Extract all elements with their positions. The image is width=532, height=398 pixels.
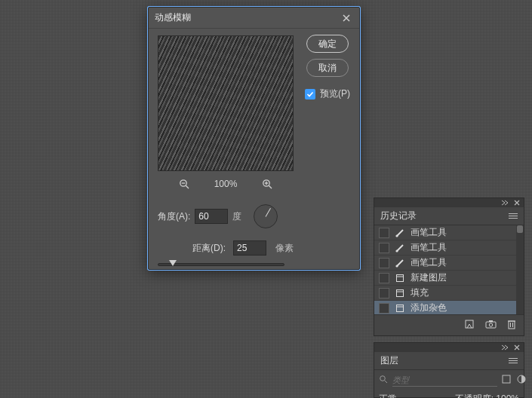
history-row[interactable]: 画笔工具 xyxy=(374,256,524,271)
svg-rect-12 xyxy=(397,289,404,296)
angle-label: 角度(A): xyxy=(158,210,190,223)
svg-rect-20 xyxy=(509,321,515,329)
motion-blur-dialog: 动感模糊 100% 角度(A): 度 距离(D): 像素 xyxy=(148,7,360,270)
distance-input[interactable] xyxy=(233,240,266,256)
zoom-percent: 100% xyxy=(209,179,242,189)
distance-unit: 像素 xyxy=(275,242,294,255)
zoom-in-icon[interactable] xyxy=(260,177,274,191)
layer-icon xyxy=(394,302,406,314)
panel-close-icon[interactable] xyxy=(513,344,521,351)
history-label: 画笔工具 xyxy=(411,256,447,269)
preview-checkbox-row[interactable]: 预览(P) xyxy=(305,87,350,100)
angle-dial[interactable] xyxy=(254,204,278,228)
close-icon[interactable] xyxy=(340,11,353,25)
history-row[interactable]: 填充 xyxy=(374,286,524,301)
snapshot-slot[interactable] xyxy=(379,258,389,268)
svg-rect-19 xyxy=(489,320,493,322)
history-label: 添加杂色 xyxy=(411,302,447,314)
angle-unit: 度 xyxy=(232,210,241,223)
collapse-icon[interactable] xyxy=(501,199,509,207)
svg-line-4 xyxy=(269,185,272,188)
svg-rect-17 xyxy=(486,322,496,328)
layers-panel: 图层 T 正常 不透明度: 100% xyxy=(374,342,524,398)
preview-label: 预览(P) xyxy=(320,87,350,100)
search-icon xyxy=(379,375,388,386)
svg-rect-10 xyxy=(397,274,404,281)
angle-input[interactable] xyxy=(195,209,228,224)
panel-menu-icon[interactable] xyxy=(509,213,518,219)
ok-button[interactable]: 确定 xyxy=(306,35,349,53)
history-label: 画笔工具 xyxy=(411,226,447,239)
scrollbar[interactable] xyxy=(516,225,524,314)
slider-thumb-icon[interactable] xyxy=(169,260,177,266)
layer-icon xyxy=(394,272,406,284)
dialog-titlebar[interactable]: 动感模糊 xyxy=(149,8,359,29)
preview-checkbox[interactable] xyxy=(305,89,315,100)
trash-icon[interactable] xyxy=(507,319,516,332)
snapshot-slot[interactable] xyxy=(379,228,389,238)
filter-adjust-icon[interactable] xyxy=(517,375,526,386)
svg-point-9 xyxy=(395,265,398,267)
brush-icon xyxy=(394,227,406,239)
preview-thumbnail[interactable] xyxy=(158,35,294,171)
layers-title[interactable]: 图层 xyxy=(380,354,398,367)
cancel-button[interactable]: 取消 xyxy=(306,59,349,77)
svg-point-24 xyxy=(380,375,386,381)
history-label: 新建图层 xyxy=(411,271,447,284)
history-label: 画笔工具 xyxy=(411,241,447,254)
svg-point-7 xyxy=(395,234,398,237)
snapshot-slot[interactable] xyxy=(379,273,389,283)
snapshot-slot[interactable] xyxy=(379,243,389,253)
opacity-label[interactable]: 不透明度: 100% xyxy=(455,393,519,398)
distance-slider[interactable] xyxy=(158,263,284,266)
zoom-out-icon[interactable] xyxy=(177,177,191,191)
panel-menu-icon[interactable] xyxy=(509,358,518,363)
history-label: 填充 xyxy=(411,286,429,299)
snapshot-icon[interactable] xyxy=(485,320,497,331)
dialog-title: 动感模糊 xyxy=(155,11,340,24)
collapse-icon[interactable] xyxy=(501,344,509,351)
layer-icon xyxy=(394,287,406,299)
panel-close-icon[interactable] xyxy=(513,199,521,207)
svg-point-18 xyxy=(489,323,492,326)
new-document-icon[interactable] xyxy=(464,319,475,332)
distance-label: 距离(D): xyxy=(192,242,226,255)
svg-rect-14 xyxy=(397,305,404,311)
svg-line-25 xyxy=(385,380,387,382)
snapshot-slot[interactable] xyxy=(379,288,389,298)
history-panel: 历史记录 画笔工具 画笔工具 画笔工具 新建图层 填充 xyxy=(374,197,524,336)
history-footer xyxy=(374,314,524,335)
svg-point-8 xyxy=(395,250,398,252)
brush-icon xyxy=(394,257,406,269)
panel-tabbar xyxy=(374,343,524,352)
blend-mode[interactable]: 正常 xyxy=(379,393,397,398)
history-row[interactable]: 画笔工具 xyxy=(374,225,524,240)
panel-tabbar xyxy=(374,198,524,207)
snapshot-slot[interactable] xyxy=(379,303,389,314)
svg-line-1 xyxy=(186,185,189,188)
history-list[interactable]: 画笔工具 画笔工具 画笔工具 新建图层 填充 添加杂色 xyxy=(374,225,524,314)
layer-filter-input[interactable] xyxy=(392,373,497,387)
svg-rect-26 xyxy=(503,375,510,383)
filter-pixel-icon[interactable] xyxy=(502,375,511,386)
history-title[interactable]: 历史记录 xyxy=(380,210,417,222)
history-row[interactable]: 新建图层 xyxy=(374,271,524,286)
brush-icon xyxy=(394,242,406,254)
history-row[interactable]: 添加杂色 xyxy=(374,301,524,314)
history-row[interactable]: 画笔工具 xyxy=(374,240,524,256)
